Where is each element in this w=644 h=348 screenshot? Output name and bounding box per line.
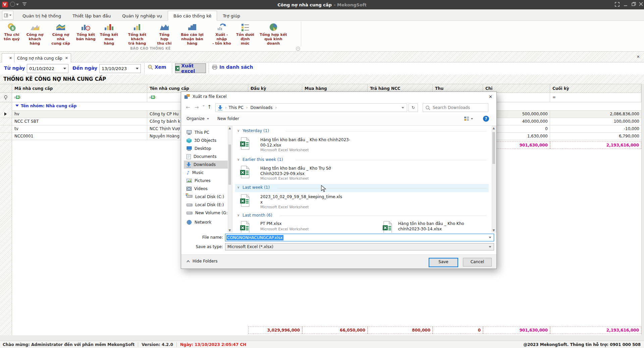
tab-bao-cao-thong-ke[interactable]: Báo cáo thống kê [168, 11, 217, 21]
chevron-up-icon [186, 260, 190, 263]
sidebar-item-videos[interactable]: Videos [184, 185, 230, 193]
file-group-yesterday[interactable]: ∨ Yesterday (1) [235, 128, 489, 135]
view-options-button[interactable] [464, 116, 473, 121]
export-excel-button[interactable]: Xuất excel [175, 63, 206, 73]
strip-close-icon[interactable]: ✕ [637, 55, 640, 59]
ribbon-button-cong-no-khach-hang[interactable]: Công nợ khách hàng [23, 21, 47, 47]
scroll-down-icon[interactable]: ▼ [228, 229, 231, 232]
refresh-icon[interactable]: ↻ [409, 103, 418, 112]
group-rule [277, 188, 487, 188]
sidebar-item-pictures[interactable]: Pictures [184, 177, 230, 185]
caret-down-icon[interactable] [489, 237, 491, 238]
quick-access-filter-icon[interactable] [22, 2, 27, 6]
fullscreen-icon[interactable] [614, 2, 620, 7]
ribbon-button-bao-cao-loi-nhuan[interactable]: Báo cáo lợi nhuận bán hàng [175, 21, 209, 47]
ribbon-button-thu-chi-ton-quy[interactable]: €$ Thu chi tồn quỹ [1, 21, 22, 47]
grid-horizontal-scrollbar[interactable] [0, 335, 644, 341]
minimize-icon[interactable] [623, 3, 628, 6]
sidebar-item-new-volume-g[interactable]: New Volume (G:) [184, 209, 230, 217]
video-icon [186, 187, 192, 191]
cancel-button[interactable]: Cancel [463, 258, 492, 267]
save-type-select[interactable]: Microsoft Excel (*.xlsx) [225, 243, 494, 250]
sidebar-item-3d-objects[interactable]: 3D Objects [184, 136, 230, 144]
ribbon-button-tong-hop-ket-qua-kinh-doanh[interactable]: Tổng hợp kết quả kinh doanh [257, 21, 290, 47]
file-group-last-month[interactable]: ∨ Last month (6) [235, 212, 489, 220]
ribbon-button-cong-no-nha-cung-cap[interactable]: Công nợ nhà cung cấp [47, 21, 74, 47]
close-window-icon[interactable] [639, 2, 643, 6]
document-tab-active[interactable]: Công nợ nhà cung cấp ✕ [14, 53, 71, 63]
ribbon-button-tong-ket-mua-hang[interactable]: Tổng kết mua hàng [98, 21, 120, 47]
breadcrumb-folder[interactable]: Downloads [251, 105, 273, 110]
account-caret-icon[interactable] [16, 4, 19, 5]
dialog-close-icon[interactable]: ✕ [489, 94, 492, 99]
save-button[interactable]: Save [429, 258, 458, 267]
tab-thiet-lap-ban-dau[interactable]: Thiết lập ban đầu [67, 11, 116, 21]
print-list-button[interactable]: In danh sách [212, 64, 253, 70]
file-name-input[interactable]: CONGNONHACUNGCAP.xlsx [225, 234, 494, 241]
ribbon-button-ton-duoi-dinh-muc[interactable]: Tồn dưới định mức [234, 21, 256, 47]
hide-folders-button[interactable]: Hide Folders [186, 259, 218, 264]
organize-button[interactable]: Organize [186, 116, 209, 121]
ribbon-button-xuat-nhap-ton-kho[interactable]: Xuất - nhập - tồn kho [210, 21, 234, 47]
tab-quan-tri-he-thong[interactable]: Quản trị hệ thống [17, 11, 67, 21]
sidebar-item-local-disk-c[interactable]: Local Disk (C:) [184, 193, 230, 201]
document-icon [186, 154, 191, 159]
scrollbar-thumb[interactable] [228, 144, 231, 185]
group-expand-icon[interactable] [15, 105, 19, 107]
sidebar-item-downloads[interactable]: Downloads [184, 161, 230, 169]
help-icon[interactable]: ? [483, 116, 489, 122]
file-item[interactable]: 2023_10_02_09_59_58_keeping_time.xlsx Mi… [235, 193, 359, 212]
new-folder-button[interactable]: New folder [217, 116, 239, 121]
file-item[interactable]: Hàng tồn kho ban đầu _ Kho Kho chính2023… [378, 220, 488, 233]
caret-down-icon [63, 68, 66, 69]
account-circle-icon[interactable] [10, 2, 15, 7]
file-group-earlier-this-week[interactable]: ∨ Earlier this week (1) [235, 157, 489, 164]
ribbon-button-tong-hop-thu-chi[interactable]: Tổng hợp thu chi [154, 21, 175, 47]
file-item[interactable]: PT PM.xlsx Microsoft Excel Worksheet [235, 220, 359, 233]
ribbon-button-tong-ket-khach-tra-hang[interactable]: Tổng kết khách trả hàng [121, 21, 153, 47]
close-tab-icon[interactable]: ✕ [65, 56, 68, 60]
breadcrumb-root[interactable]: This PC [229, 105, 244, 110]
search-box[interactable] [423, 103, 488, 112]
file-item[interactable]: Hàng tồn kho ban đầu _ Kho Kho chính2023… [235, 136, 359, 155]
grand-total-returns: 800,000 [368, 327, 433, 334]
restore-icon[interactable] [631, 2, 636, 6]
sidebar-item-network[interactable]: Network [184, 218, 230, 226]
breadcrumb-separator-icon: › [246, 105, 248, 110]
scroll-up-icon[interactable]: ▲ [228, 126, 231, 130]
filter-cell-closing[interactable]: = [550, 93, 641, 102]
up-icon[interactable]: ↑ [207, 104, 212, 110]
sidebar-scrollbar[interactable]: ▲ ▼ [228, 126, 232, 233]
address-caret-icon[interactable] [401, 107, 404, 109]
scroll-down-icon[interactable]: ▼ [492, 229, 495, 232]
tab-tro-giup[interactable]: Trợ giúp [217, 11, 246, 21]
grid-vertical-scrollbar[interactable] [641, 84, 644, 335]
file-list-scrollbar[interactable]: ▲ ▼ [492, 126, 496, 233]
search-input[interactable] [432, 105, 484, 110]
column-header-code[interactable]: Mã nhà cung cấp [12, 84, 147, 93]
ribbon-collapse-icon[interactable] [296, 47, 300, 51]
view-button[interactable]: Xem [148, 64, 166, 70]
sidebar-item-documents[interactable]: Documents [184, 153, 230, 161]
history-caret-icon[interactable] [203, 105, 205, 107]
to-date-picker[interactable]: 13/10/2023 [99, 64, 141, 73]
sidebar-item-local-disk-e[interactable]: Local Disk (E:) [184, 201, 230, 209]
sidebar-item-desktop[interactable]: Desktop [184, 144, 230, 153]
from-date-picker[interactable]: 01/10/2022 [27, 64, 68, 73]
forward-icon[interactable]: → [195, 104, 199, 110]
back-icon[interactable]: ← [186, 104, 190, 110]
file-group-last-week[interactable]: ∨ Last week (1) [235, 184, 489, 192]
file-item[interactable]: Hàng tồn kho ban đầu _ Kho Trụ Sở Chính2… [235, 165, 359, 183]
breadcrumb[interactable]: › This PC › Downloads › [215, 103, 407, 112]
sidebar-item-this-pc[interactable]: This PC [184, 128, 230, 136]
scrollbar-thumb[interactable] [492, 132, 495, 164]
scroll-up-icon[interactable]: ▲ [492, 126, 495, 130]
grand-total-payment: 901,630,000 [483, 327, 550, 334]
filter-cell-code[interactable]: aBc [12, 93, 147, 102]
tab-quan-ly-nghiep-vu[interactable]: Quản lý nghiệp vụ [116, 11, 168, 21]
dialog-title-bar[interactable]: Xuất ra file Excel ✕ [181, 92, 496, 101]
ribbon-button-tong-ket-ban-hang[interactable]: Tổng kết bán hàng [75, 21, 97, 47]
ribbon-menu-button[interactable] [2, 11, 13, 20]
sidebar-item-music[interactable]: ♪Music [184, 169, 230, 177]
column-header-closing[interactable]: Cuối kỳ [550, 84, 641, 93]
